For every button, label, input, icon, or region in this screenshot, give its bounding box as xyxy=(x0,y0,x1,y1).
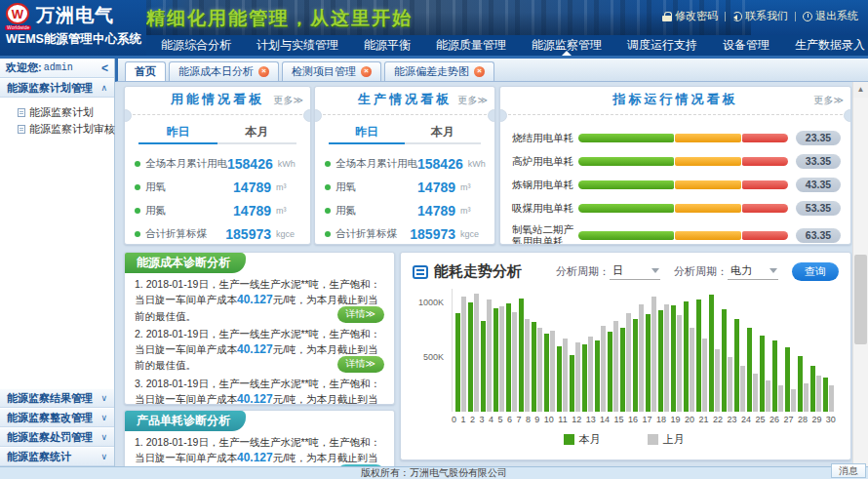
current-month-bar xyxy=(810,366,815,412)
sidebar-group[interactable]: 能源监察计划管理∧ xyxy=(0,78,114,98)
indicator-bar xyxy=(578,180,788,189)
previous-month-bar xyxy=(702,339,707,412)
tab[interactable]: 检测项目管理× xyxy=(282,61,381,81)
more-link[interactable]: 更多≫ xyxy=(814,94,844,107)
current-month-bar xyxy=(658,310,663,412)
indicator-label: 高炉用电单耗 xyxy=(512,155,574,167)
nav-item[interactable]: 能源平衡 xyxy=(351,35,423,56)
tab[interactable]: 能源偏差走势图× xyxy=(384,61,494,81)
x-axis-tick: 6 xyxy=(507,415,512,424)
bar-pair xyxy=(722,309,732,412)
panel-ribbon-title: 能源成本诊断分析 xyxy=(125,253,246,273)
bar-pair xyxy=(595,326,606,412)
unit-diagnosis-panel: 产品单耗诊断分析 1. 2018-01-19日，生产一线生产水泥**吨，生产饱和… xyxy=(124,410,395,466)
indicator-value-badge: 63.35 xyxy=(796,228,841,243)
nav-item[interactable]: 设备管理 xyxy=(710,35,782,56)
tab-close-icon[interactable]: × xyxy=(258,66,269,77)
query-button[interactable]: 查询 xyxy=(792,262,839,281)
legend-swatch xyxy=(564,434,574,445)
tab-close-icon[interactable]: × xyxy=(474,66,485,77)
top-link[interactable]: 修改密码 xyxy=(662,9,718,23)
metric-unit: kWh xyxy=(468,159,486,169)
sidebar-group[interactable]: 能源监察统计∨ xyxy=(0,447,114,466)
nav-item[interactable]: 能源监察管理 xyxy=(519,35,614,56)
bar-segment xyxy=(675,204,741,213)
sidebar-items: 能源监察计划能源监察计划审核 xyxy=(0,98,114,143)
current-month-bar xyxy=(506,303,511,412)
period-dropdown[interactable]: 日 xyxy=(610,263,660,280)
tab-close-icon[interactable]: × xyxy=(361,66,372,77)
scroll-up-icon[interactable]: ▲ xyxy=(853,82,868,98)
scrollbar-thumb[interactable] xyxy=(854,255,867,344)
legend-item[interactable]: 本月 xyxy=(564,432,601,447)
trend-chart: 1000K500K 012345678910111213141516171819… xyxy=(411,289,837,447)
x-axis-tick: 17 xyxy=(643,415,652,424)
bar-segment xyxy=(675,157,741,166)
metric-row: 用氧14789m³ xyxy=(325,176,486,199)
previous-month-bar xyxy=(816,376,821,412)
metric-label: 全场本月累计用电 xyxy=(145,157,227,171)
sidebar-item[interactable]: 能源监察计划审核 xyxy=(0,121,114,138)
metric-unit: m³ xyxy=(276,206,301,216)
board-tab[interactable]: 昨日 xyxy=(138,122,217,144)
footer: 版权所有：万洲电气股份有限公司 xyxy=(0,466,868,479)
x-axis-tick: 10 xyxy=(544,415,554,424)
tab[interactable]: 能源成本日分析× xyxy=(169,61,279,81)
bar-segment xyxy=(578,134,674,142)
current-month-bar xyxy=(608,332,612,412)
sidebar-group[interactable]: 能源监察处罚管理∨ xyxy=(0,427,114,447)
legend-label: 上月 xyxy=(663,432,685,447)
indicator-value-badge: 33.35 xyxy=(796,154,841,169)
bar-pair xyxy=(557,339,568,412)
sidebar-spacer xyxy=(0,143,114,388)
board-tab[interactable]: 本月 xyxy=(405,122,481,144)
panel-title: 能耗走势分析 xyxy=(434,262,542,281)
message-button[interactable]: 消息 xyxy=(831,463,866,478)
metric-unit: m³ xyxy=(276,182,301,192)
more-link[interactable]: 更多≫ xyxy=(458,94,488,107)
nav-item[interactable]: 调度运行支持 xyxy=(614,35,710,56)
tab[interactable]: 首页 xyxy=(125,61,166,81)
trend-header: 能耗走势分析 分析周期： 日 分析周期： 电力 查询 xyxy=(401,253,850,281)
chevron-down-icon: ∨ xyxy=(100,394,107,403)
nav-item[interactable]: 能源综合分析 xyxy=(148,35,244,56)
detail-button[interactable]: 详情≫ xyxy=(337,306,384,323)
x-axis-tick: 22 xyxy=(713,415,723,424)
metric-value: 185973 xyxy=(410,226,455,242)
sidebar-item-label: 能源监察计划 xyxy=(29,105,94,120)
sidebar-collapse-icon[interactable]: < xyxy=(101,62,108,74)
bullet-icon xyxy=(325,231,331,237)
detail-button[interactable]: 详情≫ xyxy=(337,356,384,373)
sidebar-item[interactable]: 能源监察计划 xyxy=(0,104,114,121)
more-link[interactable]: 更多≫ xyxy=(274,94,303,107)
logo-badge: Worldwide xyxy=(5,25,31,30)
top-links: 修改密码联系我们退出系统 xyxy=(662,9,858,23)
energy-type-dropdown[interactable]: 电力 xyxy=(728,263,778,280)
x-axis-tick: 25 xyxy=(755,415,765,424)
board-tab[interactable]: 本月 xyxy=(217,122,296,144)
bullet-icon xyxy=(135,231,140,237)
nav-item[interactable]: 计划与实绩管理 xyxy=(244,35,351,56)
board-rows: 全场本月累计用电158426kWh用氧14789m³用氮14789m³合计折算标… xyxy=(125,144,310,245)
top-link[interactable]: 退出系统 xyxy=(803,9,858,23)
x-axis-tick: 26 xyxy=(769,415,779,424)
chart-xlabels: 0123456789101112131415161718192021222324… xyxy=(452,415,837,424)
nav-item[interactable]: 能源质量管理 xyxy=(423,35,519,56)
indicator-bar xyxy=(578,231,788,240)
bar-pair xyxy=(709,295,720,412)
bar-pair xyxy=(785,347,796,412)
vertical-scrollbar[interactable]: ▲ xyxy=(852,82,868,466)
nav-item[interactable]: 生产数据录入 xyxy=(782,35,868,56)
tab-label: 能源成本日分析 xyxy=(178,64,254,79)
sidebar-group[interactable]: 能源监察整改管理∨ xyxy=(0,408,114,427)
divider xyxy=(725,12,726,21)
legend-item[interactable]: 上月 xyxy=(648,432,685,447)
previous-month-bar xyxy=(829,385,834,412)
indicator-row: 高炉用电单耗33.35 xyxy=(512,149,841,173)
board-tab[interactable]: 昨日 xyxy=(329,122,405,144)
power-icon xyxy=(803,12,812,21)
bar-pair xyxy=(671,305,682,412)
x-axis-tick: 18 xyxy=(656,415,666,424)
sidebar-group[interactable]: 能源监察结果管理∨ xyxy=(0,388,114,408)
top-link[interactable]: 联系我们 xyxy=(732,9,788,23)
